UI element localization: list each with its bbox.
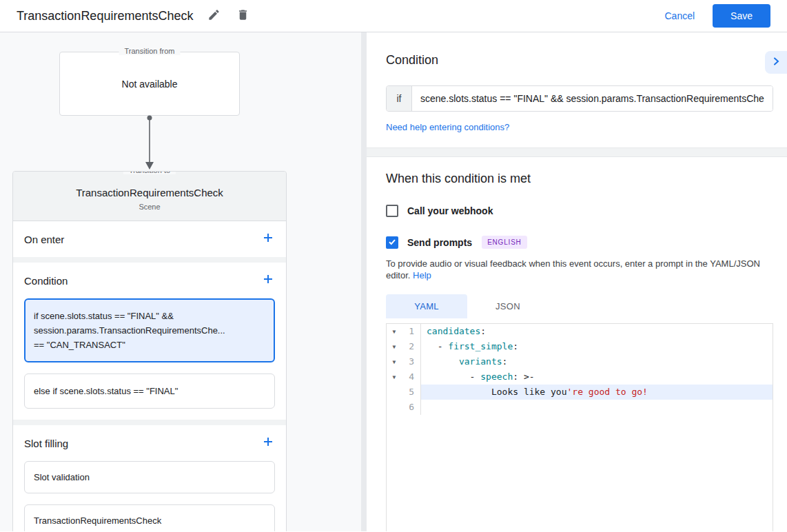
prompt-description-text: To provide audio or visual feedback when… xyxy=(386,258,760,280)
flow-arrow xyxy=(143,115,156,172)
slot-filling-section: Slot filling Slot validationTransactionR… xyxy=(13,425,286,531)
webhook-checkbox[interactable] xyxy=(386,205,398,217)
code-line-content: Looks like you're good to go! xyxy=(421,385,773,400)
editor-line: 6 xyxy=(387,400,773,415)
save-button[interactable]: Save xyxy=(713,4,770,28)
prompt-description: To provide audio or visual feedback when… xyxy=(386,258,773,281)
condition-card-line: if scene.slots.status == "FINAL" && xyxy=(34,309,265,323)
send-prompts-row: Send prompts ENGLISH xyxy=(386,236,773,249)
code-line-content: - speech: >- xyxy=(421,369,773,385)
editor-line: ▼3 variants: xyxy=(387,354,773,369)
editor-line: ▼4 - speech: >- xyxy=(387,369,773,385)
webhook-row: Call your webhook xyxy=(386,205,773,217)
app-header: TransactionRequirementsCheck Cancel Save xyxy=(0,0,787,32)
tab-yaml[interactable]: YAML xyxy=(386,294,467,318)
fold-arrow-icon[interactable]: ▼ xyxy=(387,374,402,380)
line-number: 5 xyxy=(402,385,421,400)
if-prefix-label: if xyxy=(387,86,412,111)
condition-card-line: session.params.TransactionRequirementsCh… xyxy=(34,323,265,338)
code-line-content: - first_simple: xyxy=(421,339,773,354)
yaml-code-editor[interactable]: ▼1candidates:▼2 - first_simple:▼3 varian… xyxy=(386,323,773,531)
scene-title: TransactionRequirementsCheck xyxy=(21,187,278,198)
slot-filling-label: Slot filling xyxy=(24,438,68,449)
condition-card[interactable]: else if scene.slots.status == "FINAL" xyxy=(24,374,275,409)
line-number: 1 xyxy=(402,324,421,339)
panel-divider xyxy=(361,32,367,531)
on-enter-row[interactable]: On enter xyxy=(13,221,286,257)
condition-input-group: if xyxy=(386,85,773,112)
condition-help-link[interactable]: Need help entering conditions? xyxy=(386,122,509,132)
transition-from-box: Transition from Not available xyxy=(59,52,240,116)
webhook-label: Call your webhook xyxy=(407,205,493,216)
fold-arrow-icon[interactable]: ▼ xyxy=(387,344,402,350)
when-condition-heading: When this condition is met xyxy=(386,172,773,186)
condition-section-row: Condition xyxy=(13,263,286,298)
condition-card[interactable]: if scene.slots.status == "FINAL" &&sessi… xyxy=(24,298,275,362)
transition-to-label: Transition to xyxy=(123,171,176,174)
condition-section: Condition if scene.slots.status == "FINA… xyxy=(13,263,286,420)
add-condition-button[interactable] xyxy=(261,274,275,287)
line-number: 4 xyxy=(402,369,421,385)
code-line-content xyxy=(421,400,773,415)
line-number: 3 xyxy=(402,354,421,369)
send-prompts-checkbox[interactable] xyxy=(386,236,398,249)
condition-editor-panel: Condition if Need help entering conditio… xyxy=(367,32,787,531)
chevron-right-icon xyxy=(772,57,780,68)
add-on-enter-button[interactable] xyxy=(261,232,275,246)
cancel-button[interactable]: Cancel xyxy=(664,10,695,21)
editor-format-tabs: YAML JSON xyxy=(386,294,773,318)
scene-card-header: Transition to TransactionRequirementsChe… xyxy=(13,172,286,221)
collapse-panel-button[interactable] xyxy=(765,51,787,74)
condition-card-line: else if scene.slots.status == "FINAL" xyxy=(34,384,265,398)
section-separator xyxy=(367,147,787,157)
plus-icon xyxy=(262,436,274,451)
tab-json[interactable]: JSON xyxy=(467,294,549,318)
plus-icon xyxy=(262,232,274,247)
scene-subtitle: Scene xyxy=(21,203,278,211)
scene-flow-panel: Transition from Not available Transition… xyxy=(0,32,361,531)
fold-arrow-icon[interactable]: ▼ xyxy=(387,359,402,365)
condition-expression-input[interactable] xyxy=(412,86,773,111)
condition-card-line: == "CAN_TRANSACT" xyxy=(34,338,265,352)
transition-to-card: Transition to TransactionRequirementsChe… xyxy=(12,171,287,531)
delete-scene-button[interactable] xyxy=(234,8,251,24)
checkmark-icon xyxy=(388,236,396,249)
code-line-content: variants: xyxy=(421,354,773,369)
language-badge: ENGLISH xyxy=(482,236,527,249)
editor-line: 5 Looks like you're good to go! xyxy=(387,385,773,400)
condition-section-label: Condition xyxy=(24,275,68,287)
page-title: TransactionRequirementsCheck xyxy=(17,9,193,23)
trash-icon xyxy=(236,8,249,24)
transition-from-content: Not available xyxy=(60,52,239,115)
condition-card-list: if scene.slots.status == "FINAL" &&sessi… xyxy=(13,298,286,420)
slot-card[interactable]: Slot validation xyxy=(24,461,275,493)
send-prompts-label: Send prompts xyxy=(407,237,472,248)
on-enter-section: On enter xyxy=(13,221,286,257)
prompt-help-link[interactable]: Help xyxy=(413,270,431,280)
editor-line: ▼1candidates: xyxy=(387,324,773,339)
editor-line: ▼2 - first_simple: xyxy=(387,339,773,354)
on-enter-label: On enter xyxy=(24,234,64,245)
pencil-icon xyxy=(207,8,221,24)
plus-icon xyxy=(262,273,274,288)
add-slot-button[interactable] xyxy=(261,436,275,450)
slot-filling-row: Slot filling xyxy=(13,425,286,461)
fold-arrow-icon[interactable]: ▼ xyxy=(387,329,402,335)
edit-title-button[interactable] xyxy=(205,8,222,24)
transition-from-label: Transition from xyxy=(119,47,181,55)
slot-card-list: Slot validationTransactionRequirementsCh… xyxy=(13,461,286,531)
line-number: 6 xyxy=(402,400,421,415)
condition-heading: Condition xyxy=(386,32,773,68)
line-number: 2 xyxy=(402,339,421,354)
slot-card[interactable]: TransactionRequirementsCheck xyxy=(24,504,275,531)
code-line-content: candidates: xyxy=(421,324,773,339)
